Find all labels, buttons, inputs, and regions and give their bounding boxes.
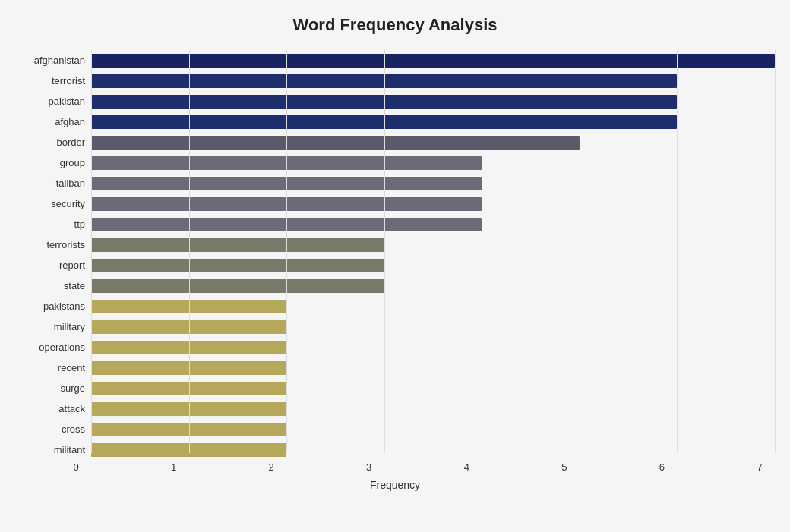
y-label: ttp <box>74 214 85 235</box>
y-label: group <box>60 153 85 173</box>
bar-row <box>91 214 775 235</box>
bar-row <box>91 357 775 378</box>
y-label: terrorist <box>52 71 85 91</box>
bar <box>91 320 286 334</box>
y-label: surge <box>60 378 85 398</box>
bar-row <box>91 296 775 316</box>
bar <box>91 95 677 109</box>
y-label: state <box>64 275 85 296</box>
bar-row <box>91 91 775 112</box>
x-axis-tick-label: 0 <box>61 461 91 473</box>
bar <box>91 423 286 436</box>
bar-row <box>91 50 775 71</box>
grid-line <box>775 50 776 453</box>
bar <box>91 156 482 170</box>
bar <box>91 136 580 150</box>
x-axis-tick-label: 7 <box>744 461 775 473</box>
bar-row <box>91 112 775 132</box>
bar <box>91 177 482 190</box>
x-axis-tick-label: 1 <box>159 461 189 473</box>
y-label: attack <box>58 398 85 419</box>
chart-title: Word Frequency Analysis <box>15 15 775 35</box>
x-axis-tick-label: 3 <box>354 461 384 473</box>
bar <box>91 300 286 313</box>
bar-row <box>91 194 775 214</box>
bar <box>91 54 775 68</box>
x-axis-tick-label: 5 <box>549 461 580 473</box>
y-label: cross <box>62 419 85 439</box>
y-label: terrorists <box>46 235 85 255</box>
bar <box>91 218 482 231</box>
bars-wrapper <box>91 50 775 483</box>
bar <box>91 279 384 293</box>
bar <box>91 197 482 211</box>
x-axis-tick-label: 4 <box>451 461 482 473</box>
bar <box>91 382 286 395</box>
bar <box>91 402 286 416</box>
bar <box>91 74 677 88</box>
bars-and-grid: 01234567 <box>91 50 775 476</box>
bar <box>91 341 286 354</box>
x-axis-tick-label: 2 <box>256 461 286 473</box>
y-label: recent <box>58 357 85 378</box>
y-label: security <box>51 194 85 214</box>
y-label: militant <box>54 439 85 460</box>
y-label: report <box>59 255 85 275</box>
bar-row <box>91 132 775 153</box>
bar <box>91 361 286 375</box>
bar-row <box>91 153 775 173</box>
bar-row <box>91 71 775 91</box>
bar-row <box>91 337 775 357</box>
y-label: operations <box>39 337 85 357</box>
chart-container: Word Frequency Analysis afghanistanterro… <box>0 0 790 532</box>
y-label: border <box>56 132 85 153</box>
bar-row <box>91 275 775 296</box>
bar-row <box>91 378 775 398</box>
y-label: military <box>54 316 85 337</box>
bar-row <box>91 255 775 275</box>
bar-row <box>91 398 775 419</box>
chart-area: afghanistanterroristpakistanafghanborder… <box>15 50 775 476</box>
y-label: afghanistan <box>34 50 85 71</box>
x-axis-tick-label: 6 <box>646 461 677 473</box>
bar-row <box>91 316 775 337</box>
bar-row <box>91 173 775 194</box>
y-label: pakistans <box>43 296 85 316</box>
bar <box>91 238 384 252</box>
y-axis-labels: afghanistanterroristpakistanafghanborder… <box>15 50 91 476</box>
bar-row <box>91 419 775 439</box>
x-axis-labels: 01234567 <box>91 453 775 476</box>
bar <box>91 259 384 272</box>
bar-row <box>91 235 775 255</box>
y-label: taliban <box>56 173 85 194</box>
bar <box>91 115 677 129</box>
y-label: pakistan <box>49 91 85 112</box>
y-label: afghan <box>55 112 85 132</box>
